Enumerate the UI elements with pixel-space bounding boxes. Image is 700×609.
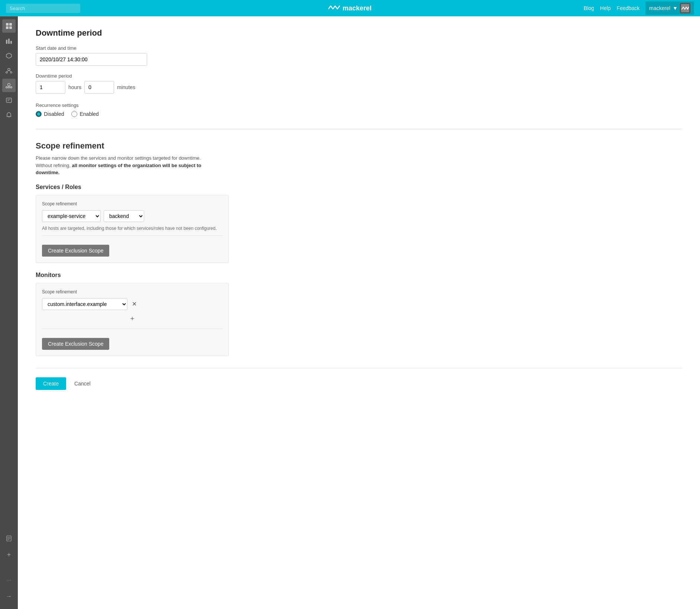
sidebar-item-notifications[interactable] [2, 108, 16, 122]
arrow-right-icon[interactable]: → [2, 590, 16, 603]
hours-input[interactable] [36, 81, 65, 94]
monitors-card-label: Scope refinement [42, 289, 223, 294]
sidebar: + ··· → [0, 16, 18, 609]
sidebar-item-alerts[interactable] [2, 94, 16, 107]
avatar [680, 3, 690, 13]
brand-name: mackerel [343, 4, 372, 12]
svg-rect-4 [9, 26, 12, 29]
period-row: hours minutes [36, 81, 682, 94]
svg-point-9 [8, 68, 10, 71]
section-divider [36, 129, 682, 129]
monitors-card-divider [42, 329, 223, 329]
sidebar-item-services[interactable] [2, 49, 16, 62]
monitors-scope-card: Scope refinement custom.interface.exampl… [36, 283, 229, 356]
services-create-exclusion-button[interactable]: Create Exclusion Scope [42, 245, 109, 257]
svg-point-16 [8, 87, 10, 88]
search-input[interactable] [6, 4, 80, 13]
svg-point-11 [10, 72, 12, 73]
recurrence-label: Recurrence settings [36, 102, 682, 108]
sidebar-item-add[interactable]: + [2, 548, 16, 561]
topbar-left [6, 4, 80, 13]
sidebar-item-document[interactable] [2, 532, 16, 545]
blog-link[interactable]: Blog [584, 5, 594, 11]
main-content: Downtime period Start date and time Down… [18, 16, 700, 609]
disabled-label: Disabled [44, 111, 64, 117]
sidebar-item-roles[interactable] [2, 64, 16, 77]
feedback-link[interactable]: Feedback [617, 5, 639, 11]
svg-point-14 [8, 84, 10, 86]
svg-rect-3 [6, 26, 9, 29]
hours-label: hours [68, 84, 81, 90]
svg-rect-18 [6, 98, 12, 102]
start-date-label: Start date and time [36, 45, 682, 51]
services-select-row: example-service another-service backend … [42, 210, 223, 222]
start-date-input[interactable] [36, 53, 147, 66]
recurrence-section: Recurrence settings Disabled Enabled [36, 102, 682, 117]
services-roles-title: Services / Roles [36, 184, 682, 190]
services-card-label: Scope refinement [42, 201, 223, 206]
more-icon[interactable]: ··· [2, 573, 16, 587]
scope-refinement-title: Scope refinement [36, 141, 682, 151]
svg-marker-8 [6, 53, 12, 58]
period-label: Downtime period [36, 73, 682, 79]
chevron-down-icon: ▼ [673, 5, 678, 11]
sidebar-item-dashboard[interactable] [2, 19, 16, 33]
enabled-radio-input[interactable] [71, 111, 77, 117]
user-menu[interactable]: mackerel ▼ [645, 1, 694, 15]
topbar: mackerel Blog Help Feedback mackerel ▼ [0, 0, 700, 16]
disabled-radio[interactable]: Disabled [36, 111, 64, 117]
period-field: Downtime period hours minutes [36, 73, 682, 94]
monitors-create-exclusion-button[interactable]: Create Exclusion Scope [42, 338, 109, 350]
svg-rect-6 [8, 39, 10, 44]
topbar-brand: mackerel [328, 4, 372, 12]
enabled-label: Enabled [80, 111, 98, 117]
scope-description: Please narrow down the services and moni… [36, 154, 214, 176]
sidebar-item-hosts[interactable] [2, 79, 16, 92]
recurrence-radio-group: Disabled Enabled [36, 111, 682, 117]
start-date-field: Start date and time [36, 45, 682, 66]
monitor-remove-button[interactable]: ✕ [130, 299, 138, 309]
monitor-select[interactable]: custom.interface.example cpu memory disk [42, 298, 127, 310]
svg-point-17 [10, 87, 12, 88]
services-scope-card: Scope refinement example-service another… [36, 195, 229, 263]
topbar-nav: Blog Help Feedback mackerel ▼ [584, 1, 694, 15]
monitor-item-row: custom.interface.example cpu memory disk… [42, 298, 223, 310]
logo-wave-icon [328, 4, 340, 12]
create-button[interactable]: Create [36, 377, 66, 390]
monitor-add-row: ＋ [127, 312, 223, 324]
sidebar-item-charts[interactable] [2, 34, 16, 48]
services-card-divider [42, 235, 223, 236]
cancel-button[interactable]: Cancel [71, 377, 94, 390]
svg-line-12 [7, 71, 9, 72]
role-select[interactable]: backend frontend web [104, 210, 144, 222]
svg-line-13 [9, 71, 11, 72]
monitor-add-button[interactable]: ＋ [127, 312, 137, 324]
enabled-radio[interactable]: Enabled [71, 111, 98, 117]
minutes-label: minutes [117, 84, 135, 90]
sidebar-bottom: + ··· → [2, 532, 16, 605]
help-link[interactable]: Help [600, 5, 611, 11]
service-select[interactable]: example-service another-service [42, 210, 101, 222]
svg-rect-7 [10, 41, 12, 44]
services-scope-note: All hosts are targeted, including those … [42, 226, 223, 231]
svg-rect-2 [9, 23, 12, 26]
action-bar: Create Cancel [36, 368, 682, 390]
svg-point-10 [6, 72, 7, 73]
minutes-input[interactable] [84, 81, 114, 94]
svg-rect-5 [6, 40, 7, 44]
username: mackerel [649, 5, 670, 11]
svg-point-15 [6, 87, 7, 88]
downtime-period-title: Downtime period [36, 28, 682, 38]
monitors-title: Monitors [36, 272, 682, 279]
svg-rect-1 [6, 23, 9, 26]
disabled-radio-input[interactable] [36, 111, 42, 117]
